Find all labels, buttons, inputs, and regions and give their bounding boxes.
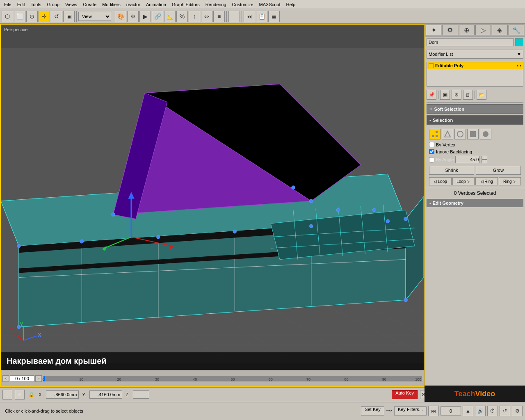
extra-anim-2[interactable]: ⚙ — [512, 406, 523, 416]
cmd-tab-display[interactable]: ◈ — [492, 25, 507, 35]
select-region-btn[interactable]: ⬜ — [14, 11, 25, 22]
element-mode-btn[interactable] — [480, 129, 491, 139]
timeline-prev-btn[interactable]: < — [2, 375, 9, 382]
x-coord-input[interactable] — [46, 390, 79, 399]
auto-key-btn[interactable]: Auto Key — [392, 390, 418, 399]
shrink-btn[interactable]: Shrink — [429, 166, 474, 175]
menu-create[interactable]: Create — [80, 1, 99, 8]
svg-rect-62 — [432, 131, 434, 133]
loop-btn[interactable]: ◁ Loop — [429, 177, 452, 185]
view-dropdown[interactable]: View World Screen — [78, 12, 111, 21]
render-btn[interactable]: ▶ — [139, 11, 151, 22]
menu-customize[interactable]: Customize — [230, 1, 256, 8]
percent-snap-btn[interactable]: % — [176, 11, 188, 22]
menu-maxscript[interactable]: MAXScript — [257, 1, 283, 8]
edit-geometry-header[interactable]: - Edit Geometry — [427, 199, 523, 207]
cmd-tab-motion[interactable]: ▷ — [475, 25, 491, 35]
z-coord-input[interactable] — [133, 390, 149, 399]
menu-views[interactable]: Views — [63, 1, 80, 8]
rotate-tool-btn[interactable]: ↺ — [51, 11, 62, 22]
border-mode-btn[interactable] — [454, 129, 466, 139]
by-angle-checkbox[interactable] — [429, 157, 434, 162]
menu-help[interactable]: Help — [284, 1, 298, 8]
ring-right-btn[interactable]: Ring ▷ — [499, 177, 521, 185]
spinner-snap-btn[interactable]: ↕ — [189, 11, 200, 22]
render-setup-btn[interactable]: ⚙ — [127, 11, 139, 22]
frame-go-start-btn[interactable]: ⏮ — [428, 406, 439, 416]
time-config-btn[interactable]: ⏱ — [487, 406, 498, 416]
pin-stack-btn[interactable]: 📌 — [427, 90, 436, 100]
cmd-tab-create[interactable]: ✦ — [426, 25, 441, 35]
show-end-result-btn[interactable]: ▣ — [440, 90, 450, 100]
menu-animation[interactable]: Animation — [144, 1, 169, 8]
snap-toggle-btn[interactable]: 🔗 — [152, 11, 163, 22]
edge-mode-btn[interactable] — [442, 129, 453, 139]
selection-header[interactable]: - Selection — [427, 115, 523, 125]
menu-modifiers[interactable]: Modifiers — [100, 1, 123, 8]
loop-right-btn[interactable]: Loop ▷ — [452, 177, 475, 185]
status-icon-1[interactable]: ⬡ — [2, 390, 12, 399]
cmd-tab-modify[interactable]: ⚙ — [442, 25, 458, 35]
ring-btn[interactable]: ◁ Ring — [475, 177, 498, 185]
menu-rendering[interactable]: Rendering — [203, 1, 229, 8]
object-color-swatch[interactable] — [515, 38, 523, 46]
tick-100: 100 — [415, 377, 421, 381]
sound-btn[interactable]: 🔊 — [475, 406, 486, 416]
set-key-btn[interactable]: Set Key — [361, 406, 384, 415]
tick-0: 0 — [42, 377, 44, 381]
remove-modifier-btn[interactable]: 🗑 — [463, 90, 473, 100]
loop-ring-row: ◁ Loop Loop ▷ ◁ Ring Ring ▷ — [429, 176, 521, 186]
menu-edit[interactable]: Edit — [15, 1, 27, 8]
by-angle-input[interactable] — [455, 156, 480, 163]
cmd-tab-hierarchy[interactable]: ⊕ — [459, 25, 475, 35]
angle-up-btn[interactable]: ▲ — [482, 156, 487, 160]
menu-tools[interactable]: Tools — [28, 1, 44, 8]
named-select-btn[interactable] — [228, 11, 240, 22]
by-vertex-row: By Vertex — [429, 141, 521, 148]
align-btn[interactable]: ≡ — [213, 11, 225, 22]
ignore-backfacing-label: Ignore Backfacing — [436, 149, 472, 154]
timeline-next-btn[interactable]: > — [35, 375, 42, 382]
extra-anim-1[interactable]: ↺ — [500, 406, 510, 416]
vertices-selected: 0 Vertices Selected — [425, 188, 525, 198]
viewport[interactable]: Perspective — [0, 24, 425, 387]
by-vertex-checkbox[interactable] — [429, 142, 434, 147]
mirror-btn[interactable]: ⇔ — [201, 11, 212, 22]
scale-tool-btn[interactable]: ▣ — [63, 11, 75, 22]
select-tool-btn[interactable]: ⬡ — [2, 11, 13, 22]
frame-counter-input[interactable] — [441, 406, 461, 415]
layer-btn[interactable]: 📋 — [256, 11, 267, 22]
modifier-list-dropdown[interactable]: Modifier List ▼ — [427, 50, 523, 59]
timeline-track[interactable]: 0 10 20 30 40 50 60 70 80 90 100 — [43, 376, 422, 381]
extra-btn[interactable]: ≣ — [268, 11, 280, 22]
frame-spinner-up[interactable]: ▲ — [463, 406, 473, 416]
menu-reactor[interactable]: reactor — [124, 1, 143, 8]
prev-key-btn[interactable]: ⏮ — [244, 11, 255, 22]
object-name-input[interactable] — [427, 38, 514, 46]
vertex-mode-btn[interactable] — [429, 129, 441, 139]
svg-text:X: X — [38, 332, 41, 338]
soft-selection-header[interactable]: + Soft Selection — [427, 104, 523, 114]
cmd-tab-utilities[interactable]: 🔧 — [509, 25, 524, 35]
polygon-mode-btn[interactable] — [467, 129, 479, 139]
configure-btn[interactable]: 📂 — [477, 90, 486, 100]
make-unique-btn[interactable]: ⊗ — [452, 90, 461, 100]
ignore-backfacing-checkbox[interactable] — [429, 149, 434, 154]
status-icon-2[interactable]: ⊕ — [15, 390, 25, 399]
angle-down-btn[interactable]: ▼ — [482, 160, 487, 163]
menu-graph-editors[interactable]: Graph Editors — [169, 1, 202, 8]
y-coord-label: Y: — [81, 392, 87, 397]
y-coord-input[interactable] — [89, 390, 122, 399]
menu-group[interactable]: Group — [44, 1, 62, 8]
angle-snap-btn[interactable]: 📐 — [164, 11, 176, 22]
grow-btn[interactable]: Grow — [476, 166, 521, 175]
toolbar-sep-1 — [76, 11, 77, 22]
key-filters-btn[interactable]: Key Filters... — [394, 406, 427, 415]
move-tool-btn[interactable]: ✛ — [39, 11, 50, 22]
select-circle-btn[interactable]: ⊙ — [26, 11, 38, 22]
svg-point-52 — [336, 208, 340, 212]
modifier-editable-poly[interactable]: Editable Poly • • — [427, 62, 523, 69]
material-editor-btn[interactable]: 🎨 — [115, 11, 126, 22]
svg-point-44 — [156, 235, 160, 239]
menu-file[interactable]: File — [2, 1, 14, 8]
